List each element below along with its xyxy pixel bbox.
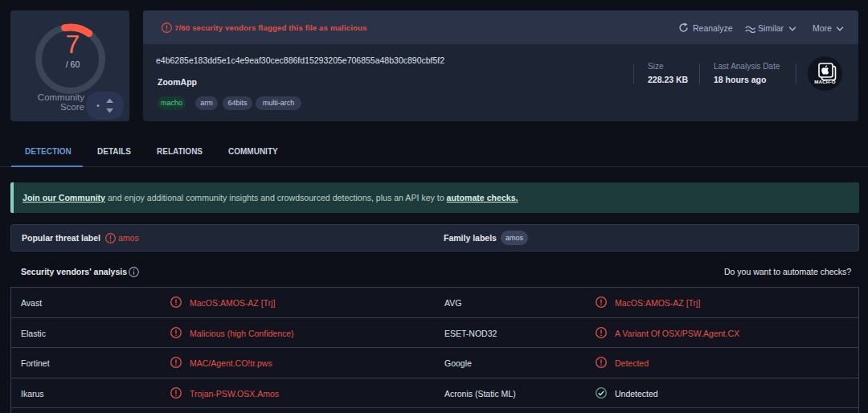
svg-text:MACH-O: MACH-O	[814, 79, 836, 84]
